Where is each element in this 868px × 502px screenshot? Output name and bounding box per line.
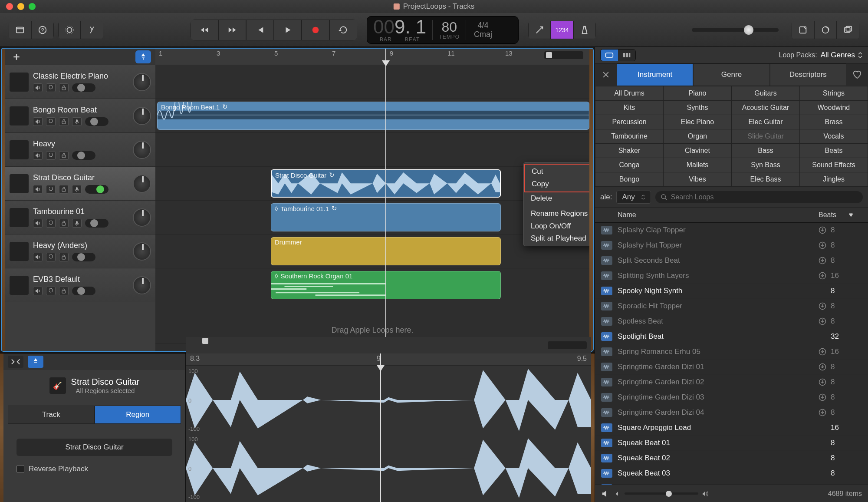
master-volume-slider[interactable] [692,28,779,32]
category-cell[interactable]: Vocals [800,129,868,143]
editor-ruler[interactable]: 8.3 9 9.5 [186,353,591,366]
col-beats[interactable]: Beats [819,211,849,219]
search-input[interactable]: Search Loops [655,191,863,203]
media-browser-button[interactable] [837,21,859,39]
notepad-button[interactable] [792,21,814,39]
pan-knob[interactable] [133,175,151,193]
quick-help-button[interactable]: ? [31,21,54,39]
download-icon[interactable] [819,272,831,280]
editor-playhead[interactable] [380,353,381,502]
category-cell[interactable]: Conga [595,158,663,172]
download-icon[interactable] [819,317,831,325]
category-cell[interactable]: Bongo [595,172,663,186]
track-volume-slider[interactable] [72,253,95,261]
editors-button[interactable] [81,21,103,39]
category-cell[interactable]: Guitars [732,86,799,100]
forward-button[interactable] [218,20,246,40]
view-mode-segment[interactable] [600,49,636,61]
loop-row[interactable]: Squeak Beat 02 8 [595,451,868,466]
loop-row[interactable]: Sporadic Hit Topper 8 [595,299,868,314]
loop-row[interactable]: Springtime Garden Dizi 04 8 [595,405,868,420]
track-header[interactable]: Classic Electric Piano [5,65,155,99]
library-button[interactable] [9,21,31,39]
download-icon[interactable] [819,257,831,264]
menu-rename[interactable]: Rename Regions⇧N [524,208,589,220]
solo-button[interactable] [46,83,56,92]
menu-cut[interactable]: Cut⌘X [525,165,589,178]
tab-instrument[interactable]: Instrument [617,63,693,86]
download-icon[interactable] [819,226,831,234]
category-cell[interactable]: Woodwind [800,101,868,115]
loop-row[interactable]: Springtime Garden Dizi 02 8 [595,375,868,390]
loop-row[interactable]: Split Seconds Beat 8 [595,253,868,268]
tempo-value[interactable]: 80 [441,20,457,34]
track-lane[interactable]: ◊Southern Rock Organ 01 [155,268,589,302]
solo-button[interactable] [46,219,56,228]
rewind-button[interactable] [191,20,218,40]
loop-row[interactable]: Square Arpeggio Lead 16 [595,420,868,436]
menu-split[interactable]: Split at Playhead⌘T [524,232,589,245]
track-header[interactable]: Strat Disco Guitar [5,167,155,201]
tab-genre[interactable]: Genre [693,63,769,86]
loop-row[interactable]: Spotlight Beat 32 [595,329,868,344]
mute-button[interactable] [33,83,43,92]
loop-row[interactable]: Spotless Beat 8 [595,314,868,329]
category-cell[interactable]: Elec Piano [664,115,731,129]
category-cell[interactable]: Clavinet [664,144,731,158]
download-icon[interactable] [819,302,831,310]
category-cell[interactable]: Kits [595,101,663,115]
button-view-icon[interactable] [601,50,618,61]
loop-list-header[interactable]: Name Beats ♥ [595,208,868,223]
download-icon[interactable] [819,363,831,371]
mute-button[interactable] [33,287,43,295]
loop-packs-select[interactable]: All Genres [821,51,863,59]
lock-button[interactable] [59,287,69,295]
lock-button[interactable] [59,219,69,228]
count-in-button[interactable]: 1234 [551,21,573,39]
lcd-display[interactable]: 009. 1 BAR BEAT 80 TEMPO 4/4 Cmaj [367,16,519,44]
editor-zoom-slider[interactable] [548,341,587,349]
track-header[interactable]: Bongo Room Beat [5,99,155,133]
loop-row[interactable]: Springtime Garden Dizi 01 8 [595,360,868,375]
download-icon[interactable] [819,409,831,416]
category-cell[interactable]: Vibes [664,172,731,186]
loop-browser-button[interactable] [814,21,837,39]
solo-button[interactable] [46,287,56,295]
minimize-icon[interactable] [17,3,24,10]
category-cell[interactable]: Elec Bass [732,172,799,186]
mute-button[interactable] [33,117,43,126]
category-cell[interactable]: Brass [800,115,868,129]
cycle-button[interactable] [329,20,357,40]
master-track-button[interactable] [528,21,551,39]
track-lane[interactable] [155,133,589,167]
category-cell[interactable]: Bass [732,144,799,158]
category-cell[interactable]: Tambourine [595,129,663,143]
favorites-button[interactable] [846,63,868,86]
pan-knob[interactable] [133,208,151,227]
timeline[interactable]: 13579111315 Bongo Room Beat.1↻ Strat Dis… [155,49,589,351]
zoom-icon[interactable] [29,3,36,10]
close-icon[interactable] [6,3,13,10]
category-cell[interactable]: Elec Guitar [732,115,799,129]
download-icon[interactable] [819,241,831,249]
loop-row[interactable]: Springtime Garden Dizi 03 8 [595,390,868,405]
mute-button[interactable] [33,253,43,261]
metronome-button[interactable] [573,21,596,39]
track-lane[interactable] [155,65,589,99]
track-volume-slider[interactable] [85,185,108,194]
category-cell[interactable]: Percussion [595,115,663,129]
speaker-icon[interactable] [601,490,611,498]
download-icon[interactable] [819,378,831,386]
audio-region[interactable]: Bongo Room Beat.1↻ [157,102,589,130]
key-signature[interactable]: Cmaj [474,30,492,39]
region-name-field[interactable]: Strat Disco Guitar [16,439,172,456]
loop-row[interactable]: Splashy Hat Topper 8 [595,238,868,253]
reverse-playback-checkbox[interactable]: Reverse Playback [16,465,172,473]
input-monitor-button[interactable] [72,219,82,228]
category-cell[interactable]: Shaker [595,144,663,158]
lock-button[interactable] [59,83,69,92]
track-volume-slider[interactable] [85,117,108,126]
category-cell[interactable]: Strings [800,86,868,100]
category-cell[interactable]: Organ [664,129,731,143]
scale-select[interactable]: Any [616,191,651,204]
